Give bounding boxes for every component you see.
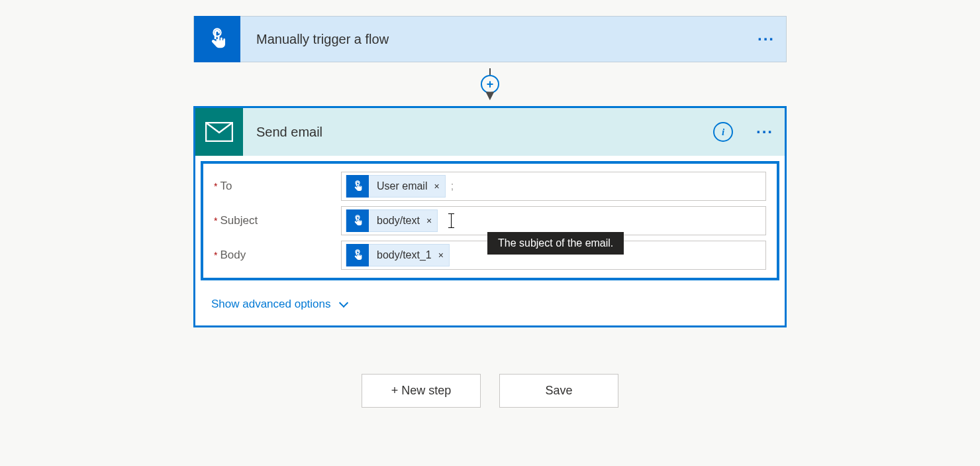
- token-trigger-icon: [346, 244, 369, 266]
- info-icon: i: [722, 127, 724, 138]
- token-label: body/text_1: [377, 249, 432, 261]
- token-remove-button[interactable]: ×: [434, 181, 439, 192]
- required-mark: *: [214, 250, 217, 261]
- trigger-menu-button[interactable]: ···: [746, 30, 786, 48]
- token-user-email[interactable]: User email ×: [346, 175, 446, 198]
- token-label: User email: [377, 180, 427, 192]
- token-body-text[interactable]: body/text ×: [346, 209, 438, 232]
- action-title: Send email: [243, 125, 713, 140]
- save-button[interactable]: Save: [499, 374, 618, 408]
- footer-buttons: + New step Save: [362, 374, 618, 408]
- required-mark: *: [214, 181, 217, 192]
- field-row-to: * To User email × ;: [203, 169, 777, 204]
- label-text: To: [220, 180, 232, 193]
- action-menu-button[interactable]: ···: [745, 123, 785, 141]
- connector-line: [489, 68, 491, 75]
- token-remove-button[interactable]: ×: [438, 250, 444, 261]
- token-remove-button[interactable]: ×: [426, 215, 432, 226]
- field-label-body: * Body: [214, 249, 341, 262]
- chevron-down-icon: [338, 298, 348, 308]
- token-trigger-icon: [346, 175, 369, 198]
- to-input[interactable]: User email × ;: [341, 172, 766, 201]
- action-card: Send email i ··· * To User email × ;: [193, 106, 787, 327]
- action-header[interactable]: Send email i ···: [195, 108, 785, 156]
- field-label-subject: * Subject: [214, 214, 341, 227]
- field-row-subject: * Subject body/text × The subject of the…: [203, 204, 777, 238]
- required-mark: *: [214, 215, 217, 226]
- action-icon: [195, 108, 243, 156]
- token-trigger-icon: [346, 209, 369, 232]
- advanced-options-label: Show advanced options: [211, 298, 331, 311]
- info-button[interactable]: i: [713, 122, 733, 142]
- token-body-text-1[interactable]: body/text_1 ×: [346, 244, 450, 266]
- touch-icon: [206, 28, 228, 50]
- subject-tooltip: The subject of the email.: [487, 232, 624, 255]
- label-text: Body: [220, 249, 246, 262]
- subject-input[interactable]: body/text × The subject of the email.: [341, 206, 766, 235]
- flow-connector: + ▼: [481, 62, 499, 106]
- mail-icon: [205, 122, 233, 142]
- token-label: body/text: [377, 215, 420, 227]
- trigger-card[interactable]: Manually trigger a flow ···: [193, 16, 787, 62]
- label-text: Subject: [220, 214, 258, 227]
- action-fields: * To User email × ; * Subject: [201, 161, 779, 280]
- field-label-to: * To: [214, 180, 341, 193]
- new-step-button[interactable]: + New step: [362, 374, 481, 408]
- trigger-title: Manually trigger a flow: [240, 32, 746, 47]
- text-cursor-icon: [451, 213, 452, 228]
- trigger-icon: [194, 16, 240, 62]
- to-trailing-text: ;: [451, 180, 454, 192]
- arrow-down-icon: ▼: [483, 91, 497, 100]
- show-advanced-options-link[interactable]: Show advanced options: [195, 286, 363, 325]
